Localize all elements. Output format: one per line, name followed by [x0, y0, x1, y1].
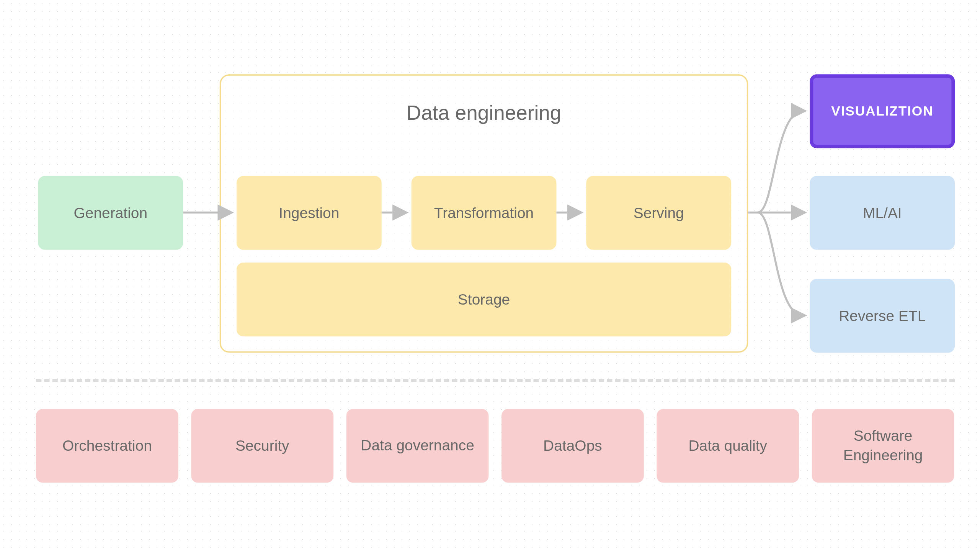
generation-label: Generation [74, 204, 147, 222]
visualization-box: VISUALIZTION [810, 74, 955, 148]
visualization-label: VISUALIZTION [831, 103, 933, 119]
dataops-box: DataOps [501, 409, 644, 483]
separator-line [36, 379, 955, 382]
transformation-label: Transformation [434, 204, 534, 222]
data-quality-label: Data quality [688, 437, 767, 455]
dataops-label: DataOps [543, 437, 602, 455]
data-governance-box: Data governance [346, 409, 489, 483]
diagram-canvas: Generation Data engineering Ingestion Tr… [2, 1, 978, 550]
storage-box: Storage [237, 262, 731, 336]
data-quality-box: Data quality [657, 409, 799, 483]
orchestration-box: Orchestration [36, 409, 178, 483]
ingestion-label: Ingestion [279, 204, 339, 222]
orchestration-label: Orchestration [62, 437, 152, 455]
reverse-etl-box: Reverse ETL [810, 279, 955, 353]
ml-ai-label: ML/AI [863, 204, 902, 222]
arrow-serving-visualization [758, 111, 803, 213]
ingestion-box: Ingestion [237, 176, 382, 250]
ml-ai-box: ML/AI [810, 176, 955, 250]
reverse-etl-label: Reverse ETL [839, 307, 926, 324]
data-governance-label: Data governance [361, 436, 474, 456]
storage-label: Storage [458, 291, 510, 308]
arrow-serving-reverseetl [758, 212, 803, 315]
serving-box: Serving [586, 176, 731, 250]
generation-box: Generation [38, 176, 183, 250]
software-engineering-label: Software Engineering [812, 427, 954, 465]
software-engineering-box: Software Engineering [812, 409, 954, 483]
transformation-box: Transformation [412, 176, 557, 250]
data-engineering-title: Data engineering [407, 101, 561, 124]
serving-label: Serving [634, 204, 684, 222]
security-label: Security [235, 437, 289, 455]
security-box: Security [191, 409, 333, 483]
